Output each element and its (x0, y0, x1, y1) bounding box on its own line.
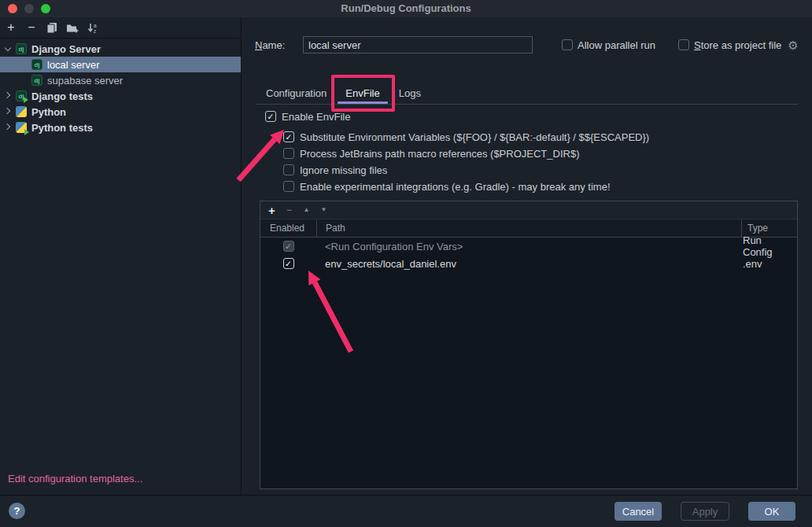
table-row[interactable]: ✓ env_secrets/local_daniel.env .env (260, 255, 797, 272)
allow-parallel-run-option[interactable]: Allow parallel run (562, 39, 655, 51)
sort-az-icon: a z (87, 22, 99, 34)
svg-text:a: a (94, 22, 97, 28)
store-as-project-file-label: Store as project file (694, 39, 781, 51)
tree-item-django-server[interactable]: dj Django Server (0, 41, 241, 57)
configurations-sidebar: + − a z (0, 17, 242, 495)
run-badge-icon (24, 129, 29, 135)
enable-envfile-option[interactable]: ✓ Enable EnvFile (265, 110, 350, 123)
add-config-button[interactable]: + (5, 21, 17, 34)
row-path: <Run Configuration Env Vars> (316, 241, 741, 252)
tab-logs[interactable]: Logs (389, 83, 430, 104)
remove-config-button[interactable]: − (25, 21, 38, 34)
new-folder-button[interactable] (66, 21, 79, 34)
experimental-integrations-checkbox[interactable] (283, 181, 294, 192)
experimental-integrations-option[interactable]: Enable experimental integrations (e.g. G… (283, 180, 611, 193)
chevron-right-icon[interactable] (4, 91, 13, 101)
chevron-down-icon[interactable] (4, 44, 13, 53)
row-type: Run Config (741, 234, 790, 258)
tree-item-label: Django tests (31, 90, 93, 102)
svg-text:z: z (94, 28, 96, 34)
dialog-footer: ? Cancel Apply OK (0, 495, 812, 527)
configurations-tree: dj Django Server dj local server dj supa… (0, 41, 241, 135)
run-badge-icon (24, 97, 28, 103)
table-toolbar: + − ▲ ▼ (260, 201, 797, 219)
django-icon: dj (16, 43, 27, 54)
tree-item-label: Python tests (31, 122, 93, 134)
cancel-button[interactable]: Cancel (615, 502, 662, 521)
django-icon: dj (31, 75, 42, 86)
python-tests-icon (16, 122, 27, 133)
add-row-button[interactable]: + (267, 205, 277, 216)
configuration-editor: Name: Allow parallel run Store as projec… (242, 17, 812, 495)
copy-icon (46, 22, 57, 33)
row-enabled-checkbox[interactable]: ✓ (283, 258, 294, 269)
enable-envfile-label: Enable EnvFile (282, 111, 350, 123)
chevron-right-icon[interactable] (4, 123, 13, 132)
gear-icon[interactable]: ⚙ (788, 39, 798, 51)
config-tabs: Configuration EnvFile Logs (257, 83, 798, 105)
table-header: Enabled Path Type (260, 219, 797, 238)
allow-parallel-run-label: Allow parallel run (578, 39, 655, 51)
run-debug-configurations-dialog: Run/Debug Configurations + − (0, 0, 812, 527)
ignore-missing-files-checkbox[interactable] (283, 164, 294, 175)
tree-item-python[interactable]: Python (0, 104, 241, 120)
env-files-table: + − ▲ ▼ Enabled Path Type ✓ <Run Configu… (260, 201, 798, 489)
new-folder-icon (66, 22, 79, 33)
column-header-enabled[interactable]: Enabled (260, 219, 316, 237)
tree-item-python-tests[interactable]: Python tests (0, 120, 241, 135)
store-as-project-file-checkbox[interactable] (678, 39, 689, 50)
row-enabled-checkbox: ✓ (283, 241, 294, 252)
substitute-env-vars-label: Substitute Environment Variables (${FOO}… (300, 131, 649, 143)
ok-button[interactable]: OK (748, 502, 795, 521)
django-tests-icon: dj (16, 90, 27, 101)
tab-envfile[interactable]: EnvFile (336, 83, 389, 104)
django-icon: dj (31, 59, 42, 70)
tab-configuration[interactable]: Configuration (257, 83, 336, 104)
column-header-path[interactable]: Path (316, 219, 741, 237)
tree-item-local-server[interactable]: dj local server (0, 57, 241, 72)
tree-item-django-tests[interactable]: dj Django tests (0, 88, 241, 104)
move-up-button[interactable]: ▲ (301, 207, 312, 213)
allow-parallel-run-checkbox[interactable] (562, 39, 573, 50)
name-input[interactable] (303, 36, 533, 53)
tree-item-label: Python (31, 106, 66, 118)
store-as-project-file-option[interactable]: Store as project file ⚙ (678, 39, 799, 51)
tree-item-label: local server (47, 59, 99, 71)
table-row[interactable]: ✓ <Run Configuration Env Vars> Run Confi… (260, 238, 797, 255)
move-down-button[interactable]: ▼ (319, 207, 329, 213)
tree-item-label: Django Server (31, 43, 101, 55)
substitute-env-vars-option[interactable]: ✓ Substitute Environment Variables (${FO… (283, 131, 649, 143)
apply-button[interactable]: Apply (681, 502, 729, 521)
ignore-missing-files-label: Ignore missing files (300, 164, 387, 176)
sort-configs-button[interactable]: a z (87, 21, 99, 34)
row-path: env_secrets/local_daniel.env (316, 258, 741, 270)
name-label: Name: (255, 39, 285, 51)
titlebar: Run/Debug Configurations (0, 0, 812, 17)
remove-row-button[interactable]: − (284, 205, 294, 215)
process-path-macro-checkbox[interactable] (283, 148, 294, 159)
ignore-missing-files-option[interactable]: Ignore missing files (283, 164, 387, 176)
window-title: Run/Debug Configurations (0, 2, 812, 14)
sidebar-toolbar: + − a z (0, 17, 241, 39)
help-button[interactable]: ? (9, 503, 25, 519)
experimental-integrations-label: Enable experimental integrations (e.g. G… (300, 181, 611, 193)
edit-configuration-templates-link[interactable]: Edit configuration templates... (8, 473, 142, 485)
python-icon (16, 106, 27, 117)
tree-item-label: supabase server (47, 75, 123, 87)
process-path-macro-option[interactable]: Process JetBrains path macro references … (283, 147, 579, 160)
process-path-macro-label: Process JetBrains path macro references … (300, 148, 579, 160)
copy-config-button[interactable] (46, 21, 58, 34)
row-type: .env (741, 258, 790, 270)
enable-envfile-checkbox[interactable]: ✓ (265, 111, 276, 122)
substitute-env-vars-checkbox[interactable]: ✓ (283, 131, 294, 142)
chevron-right-icon[interactable] (4, 107, 13, 116)
tree-item-supabase-server[interactable]: dj supabase server (0, 72, 241, 88)
